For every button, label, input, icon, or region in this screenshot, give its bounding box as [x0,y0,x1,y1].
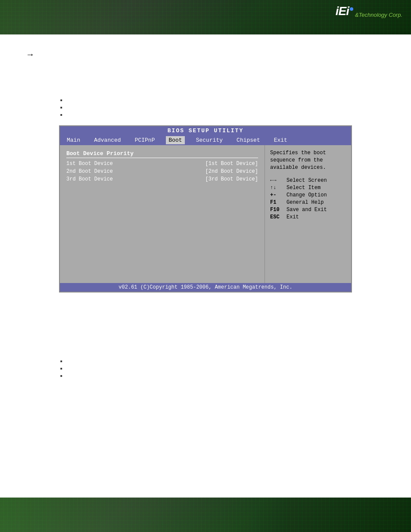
shortcut-key-3: +- [270,192,283,198]
boot-label-1: 1st Boot Device [66,161,113,167]
bullet-list-bottom [60,359,385,378]
menu-main[interactable]: Main [64,136,83,144]
shortcut-row-3: +- Change Option [270,192,346,198]
bullet-item-bottom-1 [60,359,385,363]
shortcut-desc-4: General Help [286,199,324,205]
bios-title-bar: BIOS SETUP UTILITY [60,126,351,135]
top-banner: iEi &Technology Corp. [0,0,411,34]
bullet-item-2 [60,106,385,109]
bios-shortcuts: ←→ Select Screen ↑↓ Select Item +- Chang… [270,177,346,220]
bullet-item-1 [60,98,385,102]
top-banner-green-overlay [0,0,246,34]
bios-menu-bar[interactable]: Main Advanced PCIPnP Boot Security Chips… [60,135,351,145]
shortcut-desc-3: Change Option [286,192,327,198]
bottom-banner-green-overlay [0,498,288,532]
shortcut-row-1: ←→ Select Screen [270,177,346,184]
menu-boot[interactable]: Boot [166,136,184,144]
menu-chipset[interactable]: Chipset [234,136,263,144]
boot-value-2: [2nd Boot Device] [206,168,258,174]
bios-left-panel: Boot Device Priority 1st Boot Device [1s… [60,145,265,283]
boot-label-2: 2nd Boot Device [66,168,113,174]
bios-footer: v02.61 (C)Copyright 1985-2006, American … [60,283,351,292]
bios-right-panel: Specifies the boot sequence from the ava… [265,145,351,283]
bios-section-title: Boot Device Priority [66,150,258,158]
shortcut-key-1: ←→ [270,177,283,184]
bios-title: BIOS SETUP UTILITY [168,128,243,134]
menu-pcipnp[interactable]: PCIPnP [132,136,158,144]
iei-logo: iEi [336,4,353,18]
bios-boot-item-1[interactable]: 1st Boot Device [1st Boot Device] [66,161,258,167]
bottom-banner [0,498,411,532]
shortcut-row-2: ↑↓ Select Item [270,185,346,191]
shortcut-desc-1: Select Screen [286,177,327,184]
shortcut-row-5: F10 Save and Exit [270,207,346,213]
shortcut-desc-5: Save and Exit [286,207,327,213]
shortcut-row-6: ESC Exit [270,214,346,220]
menu-exit[interactable]: Exit [271,136,290,144]
bios-footer-text: v02.61 (C)Copyright 1985-2006, American … [118,284,292,290]
bios-boot-item-2[interactable]: 2nd Boot Device [2nd Boot Device] [66,168,258,174]
boot-value-1: [1st Boot Device] [206,161,258,167]
main-content: → BIOS SETUP UTILITY Main Advanced PCIPn… [0,34,411,395]
boot-value-3: [3rd Boot Device] [206,176,258,182]
bios-body: Boot Device Priority 1st Boot Device [1s… [60,145,351,283]
shortcut-row-4: F1 General Help [270,199,346,205]
bios-boot-item-3[interactable]: 3rd Boot Device [3rd Boot Device] [66,176,258,182]
shortcut-key-4: F1 [270,199,283,205]
shortcut-key-6: ESC [270,214,283,220]
bios-setup-utility: BIOS SETUP UTILITY Main Advanced PCIPnP … [59,125,352,292]
bios-help-text: Specifies the boot sequence from the ava… [270,149,346,171]
shortcut-key-5: F10 [270,207,283,213]
bullet-item-3 [60,113,385,117]
boot-label-3: 3rd Boot Device [66,176,113,182]
bullet-list-top [60,98,385,117]
bullet-item-bottom-2 [60,367,385,370]
menu-security[interactable]: Security [193,136,225,144]
tech-logo: &Technology Corp. [355,12,402,18]
bullet-item-bottom-3 [60,374,385,378]
logo-area: iEi &Technology Corp. [336,4,402,18]
arrow-indicator: → [26,50,385,59]
menu-advanced[interactable]: Advanced [91,136,123,144]
shortcut-desc-2: Select Item [286,185,321,191]
shortcut-desc-6: Exit [286,214,299,220]
shortcut-key-2: ↑↓ [270,185,283,191]
